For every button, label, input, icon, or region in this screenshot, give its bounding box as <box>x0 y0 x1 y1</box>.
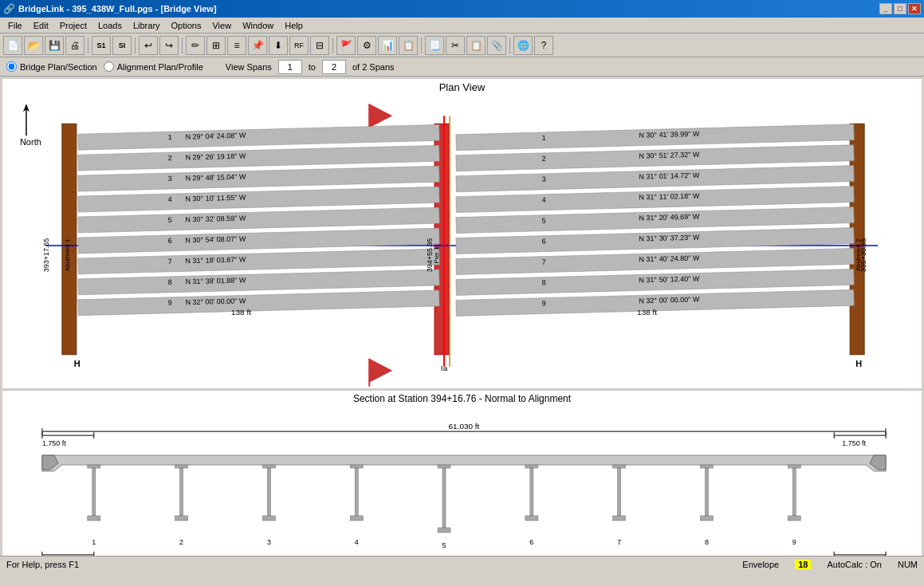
analysis-tool[interactable]: 📊 <box>378 36 397 55</box>
svg-text:7: 7 <box>542 258 546 266</box>
svg-text:9: 9 <box>167 299 171 307</box>
bridge-plan-radio-group: Bridge Plan/Section <box>6 61 97 72</box>
minimize-button[interactable]: _ <box>879 3 892 14</box>
pin-tool[interactable]: 📌 <box>248 36 267 55</box>
new-button[interactable]: 📄 <box>3 36 22 55</box>
svg-rect-124 <box>788 516 800 521</box>
beam-3-section: 3 <box>262 465 275 546</box>
svg-rect-16 <box>78 145 440 171</box>
alignment-plan-radio-group: Alignment Plan/Profile <box>104 61 203 72</box>
copy-tool[interactable]: 📋 <box>466 36 486 55</box>
section-tool[interactable]: ⊞ <box>206 36 226 55</box>
beam-1-section: 1 <box>88 465 100 546</box>
cut-tool[interactable]: ✂ <box>446 36 465 55</box>
svg-text:6: 6 <box>529 538 533 546</box>
to-label: to <box>309 62 316 72</box>
menu-loads[interactable]: Loads <box>93 19 127 32</box>
undo-button[interactable]: ↩ <box>139 36 158 55</box>
svg-text:8: 8 <box>542 278 546 286</box>
grid-tool[interactable]: ⊟ <box>310 36 329 55</box>
svg-text:3: 3 <box>267 538 271 546</box>
help-tool[interactable]: ? <box>534 36 553 55</box>
gear-tool[interactable]: ⚙ <box>357 36 376 55</box>
svg-rect-31 <box>78 249 440 274</box>
spec-tool[interactable]: 📋 <box>399 36 418 55</box>
menu-view[interactable]: View <box>207 19 236 32</box>
svg-rect-19 <box>78 166 440 191</box>
alignment-plan-label[interactable]: Alignment Plan/Profile <box>117 62 203 72</box>
svg-text:138 ft: 138 ft <box>231 308 251 317</box>
svg-text:5: 5 <box>542 217 546 225</box>
svg-text:N 29° 04' 24.08" W: N 29° 04' 24.08" W <box>185 132 246 141</box>
svg-text:N 31° 11' 02.18" W: N 31° 11' 02.18" W <box>639 192 700 202</box>
svg-text:3: 3 <box>542 175 546 183</box>
svg-text:N 30° 41' 39.99" W: N 30° 41' 39.99" W <box>639 130 700 140</box>
svg-text:H: H <box>74 359 81 368</box>
bridge-plan-radio[interactable] <box>6 61 17 72</box>
svg-rect-116 <box>613 516 626 521</box>
beam-2-section: 2 <box>175 465 188 546</box>
save-button[interactable]: 💾 <box>45 36 64 55</box>
svg-rect-112 <box>525 516 538 521</box>
svg-text:3: 3 <box>167 175 171 183</box>
num-label: NUM <box>898 560 918 569</box>
menu-project[interactable]: Project <box>55 19 92 32</box>
menu-window[interactable]: Window <box>238 19 278 32</box>
svg-rect-122 <box>788 465 800 468</box>
svg-text:4: 4 <box>542 196 546 204</box>
bar-tool[interactable]: ≡ <box>227 36 246 55</box>
toolbar-s1[interactable]: S1 <box>92 36 111 55</box>
svg-text:2: 2 <box>542 155 546 163</box>
maximize-button[interactable]: □ <box>894 3 906 14</box>
svg-rect-28 <box>78 228 440 254</box>
paste-tool[interactable]: 📎 <box>487 36 506 55</box>
svg-text:9: 9 <box>542 299 546 307</box>
svg-marker-8 <box>369 359 392 383</box>
menu-edit[interactable]: Edit <box>29 19 53 32</box>
svg-rect-90 <box>88 465 100 468</box>
menu-file[interactable]: File <box>3 19 27 32</box>
svg-rect-96 <box>175 516 188 521</box>
span-to-input[interactable] <box>322 60 346 74</box>
svg-rect-104 <box>350 516 363 521</box>
svg-text:1: 1 <box>167 133 171 141</box>
menu-options[interactable]: Options <box>167 19 206 32</box>
bridge-plan-label[interactable]: Bridge Plan/Section <box>20 62 97 72</box>
svg-rect-119 <box>705 468 708 516</box>
view-spans-label: View Spans <box>226 62 272 72</box>
toolbar-si[interactable]: SI <box>112 36 132 55</box>
open-button[interactable]: 📂 <box>24 36 43 55</box>
menu-library[interactable]: Library <box>128 19 165 32</box>
svg-text:1: 1 <box>542 134 546 142</box>
load-tool[interactable]: ⬇ <box>269 36 288 55</box>
svg-text:5: 5 <box>442 541 446 549</box>
plan-view-container: Plan View North <box>2 78 922 389</box>
svg-text:1.750 ft: 1.750 ft <box>842 439 866 447</box>
plan-view-svg: North 1 <box>2 96 922 387</box>
span1-beams: 1 N 29° 04' 24.08" W 2 N 29° 26' 19.18" … <box>78 124 440 315</box>
north-arrow-group: North <box>20 104 41 147</box>
svg-text:8: 8 <box>705 538 709 546</box>
menu-help[interactable]: Help <box>280 19 308 32</box>
svg-rect-13 <box>78 124 440 150</box>
report-tool[interactable]: 📃 <box>425 36 444 55</box>
close-button[interactable]: ✕ <box>908 3 921 14</box>
svg-text:N 31° 40' 24.80" W: N 31° 40' 24.80" W <box>639 254 700 263</box>
redo-button[interactable]: ↪ <box>159 36 179 55</box>
flag-tool[interactable]: 🚩 <box>336 36 356 55</box>
svg-text:4: 4 <box>167 195 171 203</box>
svg-text:5: 5 <box>167 216 171 224</box>
svg-rect-123 <box>792 468 796 516</box>
main-viewport: Plan View North <box>0 78 924 572</box>
svg-rect-25 <box>78 207 440 233</box>
web-tool[interactable]: 🌐 <box>513 36 533 55</box>
svg-rect-95 <box>180 468 183 516</box>
alignment-plan-radio[interactable] <box>104 61 114 72</box>
rf-tool[interactable]: RF <box>289 36 309 55</box>
svg-text:9: 9 <box>792 538 796 546</box>
span-from-input[interactable] <box>278 60 302 74</box>
plan-view-title: Plan View <box>2 79 922 96</box>
print-button[interactable]: 🖨 <box>65 36 85 55</box>
svg-text:H: H <box>855 359 862 368</box>
edit-tool[interactable]: ✏ <box>186 36 205 55</box>
